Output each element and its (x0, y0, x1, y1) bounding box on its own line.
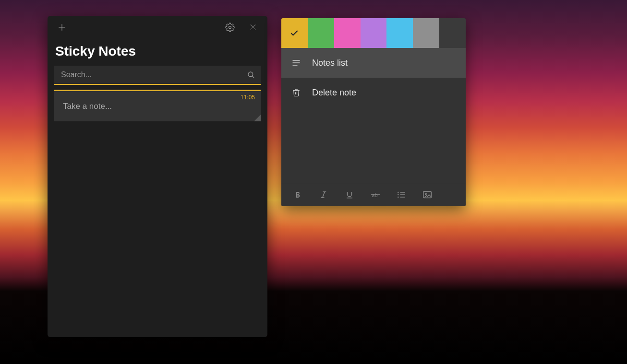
svg-point-23 (425, 193, 426, 195)
settings-button[interactable] (218, 16, 241, 39)
note-preview-text: Take a note... (63, 96, 252, 111)
trash-icon (291, 88, 301, 97)
list-icon (397, 190, 406, 200)
svg-point-19 (398, 192, 399, 193)
svg-line-6 (252, 76, 254, 78)
color-picker-row (281, 18, 466, 48)
color-swatch-pink[interactable] (334, 18, 361, 48)
color-swatch-green[interactable] (308, 18, 334, 48)
note-fold-corner (254, 115, 261, 121)
svg-point-5 (248, 72, 253, 77)
app-title: Sticky Notes (48, 39, 267, 66)
search-button[interactable] (241, 70, 261, 79)
format-toolbar: ab (281, 183, 466, 206)
svg-point-21 (398, 197, 399, 198)
svg-line-12 (323, 192, 325, 198)
format-image-button[interactable] (415, 183, 440, 206)
main-titlebar (48, 16, 267, 39)
bold-icon (293, 190, 302, 199)
color-swatch-purple[interactable] (361, 18, 387, 48)
format-bullets-button[interactable] (389, 183, 414, 206)
menu-delete-note-label: Delete note (312, 88, 356, 98)
note-menu: Notes list Delete note (281, 48, 466, 107)
search-bar (54, 66, 261, 85)
close-button[interactable] (241, 16, 265, 39)
format-strike-button[interactable]: ab (363, 183, 388, 206)
format-italic-button[interactable] (311, 183, 336, 206)
strikethrough-icon: ab (370, 189, 381, 200)
search-input[interactable] (54, 70, 241, 79)
search-icon (247, 70, 255, 79)
svg-point-2 (229, 26, 231, 29)
gear-icon (225, 23, 235, 32)
image-icon (422, 189, 433, 200)
color-swatch-charcoal[interactable] (439, 18, 466, 48)
italic-icon (319, 190, 328, 199)
close-icon (249, 23, 257, 31)
color-swatch-blue[interactable] (386, 18, 413, 48)
svg-point-20 (398, 194, 399, 196)
format-underline-button[interactable] (337, 183, 362, 206)
format-bold-button[interactable] (285, 183, 310, 206)
notes-list: 11:05 Take a note... (48, 85, 267, 126)
menu-notes-list-label: Notes list (312, 58, 348, 68)
underline-icon (345, 190, 354, 199)
menu-notes-list[interactable]: Notes list (281, 48, 466, 78)
color-swatch-gray[interactable] (413, 18, 439, 48)
check-icon (289, 28, 299, 38)
sticky-notes-main-window: Sticky Notes 11:05 Take a note... (48, 16, 267, 337)
new-note-button[interactable] (50, 16, 73, 39)
note-body[interactable] (281, 107, 466, 183)
sticky-note-window: Notes list Delete note ab (281, 18, 466, 206)
notes-list-icon (291, 58, 301, 68)
note-timestamp: 11:05 (241, 94, 255, 101)
color-swatch-yellow[interactable] (281, 18, 308, 48)
note-card[interactable]: 11:05 Take a note... (54, 90, 261, 121)
menu-delete-note[interactable]: Delete note (281, 78, 466, 107)
